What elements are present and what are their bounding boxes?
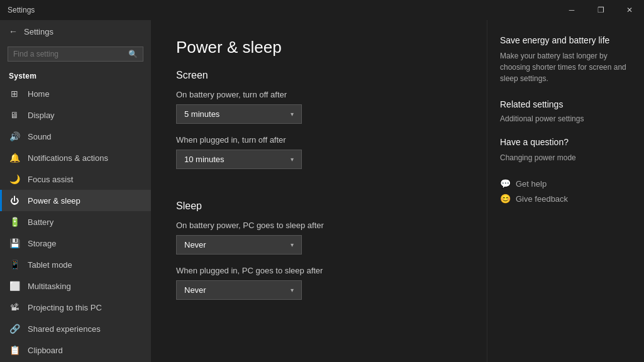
sidebar-section-title: System — [0, 65, 151, 83]
save-energy-desc: Make your battery last longer by choosin… — [500, 50, 631, 84]
get-help-button[interactable]: 💬 Get help — [500, 176, 631, 191]
plugged-sleep-dropdown-arrow: ▾ — [291, 287, 294, 293]
battery-sleep-label: On battery power, PC goes to sleep after — [176, 221, 462, 230]
save-energy-title: Save energy and battery life — [500, 35, 631, 45]
sidebar-item-battery[interactable]: 🔋 Battery — [0, 211, 151, 233]
sidebar-item-label-tablet: Tablet mode — [28, 260, 72, 270]
app-body: ← Settings 🔍 System ⊞ Home 🖥 Display 🔊 S… — [0, 20, 644, 362]
plugged-sleep-row: When plugged in, PC goes to sleep after … — [176, 266, 462, 300]
get-help-icon: 💬 — [500, 178, 511, 189]
main-content: Power & sleep Screen On battery power, t… — [151, 20, 487, 362]
section-divider — [176, 182, 462, 188]
battery-screen-label: On battery power, turn off after — [176, 90, 462, 99]
clipboard-icon: 📋 — [9, 345, 20, 355]
plugged-sleep-label: When plugged in, PC goes to sleep after — [176, 266, 462, 275]
battery-screen-dropdown-arrow: ▾ — [291, 111, 294, 118]
sleep-section: Sleep On battery power, PC goes to sleep… — [176, 200, 462, 300]
battery-screen-row: On battery power, turn off after 5 minut… — [176, 90, 462, 124]
sound-icon: 🔊 — [9, 131, 20, 141]
sidebar-item-label-power: Power & sleep — [28, 196, 80, 206]
notifications-icon: 🔔 — [9, 153, 20, 163]
search-icon: 🔍 — [128, 50, 138, 58]
battery-screen-dropdown[interactable]: 5 minutes ▾ — [176, 104, 302, 124]
minimize-button[interactable]: ─ — [557, 0, 586, 20]
close-button[interactable]: ✕ — [615, 0, 644, 20]
have-a-question-section: Have a question? Changing power mode — [500, 137, 631, 163]
plugged-sleep-dropdown[interactable]: Never ▾ — [176, 280, 302, 300]
give-feedback-icon: 😊 — [500, 194, 511, 204]
plugged-screen-row: When plugged in, turn off after 10 minut… — [176, 135, 462, 169]
give-feedback-label: Give feedback — [516, 194, 568, 204]
sleep-heading: Sleep — [176, 200, 462, 212]
sidebar-search-container: 🔍 — [8, 47, 143, 62]
battery-screen-value: 5 minutes — [184, 109, 219, 119]
display-icon: 🖥 — [9, 110, 20, 120]
sidebar-item-label-display: Display — [28, 111, 55, 120]
battery-sleep-dropdown[interactable]: Never ▾ — [176, 235, 302, 255]
sidebar-item-label-sound: Sound — [28, 132, 52, 141]
sidebar-item-tablet[interactable]: 📱 Tablet mode — [0, 254, 151, 275]
tablet-icon: 📱 — [9, 260, 20, 270]
sidebar-back-label: Settings — [24, 27, 53, 36]
battery-sleep-row: On battery power, PC goes to sleep after… — [176, 221, 462, 255]
sidebar-item-label-storage: Storage — [28, 239, 57, 248]
shared-icon: 🔗 — [9, 324, 20, 334]
sidebar-item-projecting[interactable]: 📽 Projecting to this PC — [0, 297, 151, 318]
plugged-screen-value: 10 minutes — [184, 155, 225, 164]
have-a-question-title: Have a question? — [500, 137, 631, 147]
sidebar-item-shared[interactable]: 🔗 Shared experiences — [0, 318, 151, 339]
sidebar-item-label-projecting: Projecting to this PC — [28, 303, 102, 312]
sidebar-item-label-focus: Focus assist — [28, 175, 73, 184]
battery-sleep-dropdown-arrow: ▾ — [291, 241, 294, 248]
search-input[interactable] — [13, 50, 125, 58]
sidebar-item-focus[interactable]: 🌙 Focus assist — [0, 168, 151, 190]
sidebar-back-button[interactable]: ← Settings — [0, 20, 151, 43]
screen-heading: Screen — [176, 70, 462, 81]
sidebar-item-label-multitasking: Multitasking — [28, 282, 71, 291]
sidebar-item-home[interactable]: ⊞ Home — [0, 83, 151, 104]
right-panel: Save energy and battery life Make your b… — [487, 20, 644, 362]
sidebar-item-label-shared: Shared experiences — [28, 324, 101, 334]
page-title: Power & sleep — [176, 38, 462, 57]
restore-button[interactable]: ❐ — [586, 0, 615, 20]
plugged-screen-label: When plugged in, turn off after — [176, 135, 462, 145]
sidebar-item-label-clipboard: Clipboard — [28, 346, 63, 355]
back-arrow-icon: ← — [9, 26, 18, 36]
sidebar-item-label-home: Home — [28, 89, 50, 99]
plugged-screen-dropdown[interactable]: 10 minutes ▾ — [176, 150, 302, 169]
related-settings-title: Related settings — [500, 99, 631, 109]
battery-icon: 🔋 — [9, 217, 20, 227]
multitasking-icon: ⬜ — [9, 281, 20, 291]
sidebar: ← Settings 🔍 System ⊞ Home 🖥 Display 🔊 S… — [0, 20, 151, 362]
screen-section: Screen On battery power, turn off after … — [176, 70, 462, 169]
plugged-sleep-value: Never — [184, 285, 206, 295]
title-bar-left: Settings — [8, 6, 35, 14]
focus-icon: 🌙 — [9, 174, 20, 184]
give-feedback-button[interactable]: 😊 Give feedback — [500, 191, 631, 206]
power-icon: ⏻ — [9, 195, 20, 206]
storage-icon: 💾 — [9, 238, 20, 248]
title-bar-title: Settings — [8, 6, 35, 14]
sidebar-item-storage[interactable]: 💾 Storage — [0, 233, 151, 254]
changing-power-mode-link[interactable]: Changing power mode — [500, 152, 631, 163]
additional-power-link[interactable]: Additional power settings — [500, 113, 631, 124]
sidebar-item-multitasking[interactable]: ⬜ Multitasking — [0, 275, 151, 297]
sidebar-item-clipboard[interactable]: 📋 Clipboard — [0, 339, 151, 361]
sidebar-item-notifications[interactable]: 🔔 Notifications & actions — [0, 147, 151, 168]
sidebar-item-label-battery: Battery — [28, 217, 53, 227]
sidebar-item-power[interactable]: ⏻ Power & sleep — [0, 190, 151, 211]
sidebar-item-display[interactable]: 🖥 Display — [0, 104, 151, 126]
get-help-label: Get help — [516, 179, 547, 189]
home-icon: ⊞ — [9, 89, 20, 99]
title-bar: Settings ─ ❐ ✕ — [0, 0, 644, 20]
battery-sleep-value: Never — [184, 240, 206, 250]
sidebar-item-sound[interactable]: 🔊 Sound — [0, 126, 151, 147]
title-bar-controls: ─ ❐ ✕ — [557, 0, 644, 20]
projecting-icon: 📽 — [9, 302, 20, 312]
plugged-screen-dropdown-arrow: ▾ — [291, 156, 294, 163]
related-settings-section: Related settings Additional power settin… — [500, 99, 631, 124]
sidebar-item-label-notifications: Notifications & actions — [28, 153, 108, 163]
